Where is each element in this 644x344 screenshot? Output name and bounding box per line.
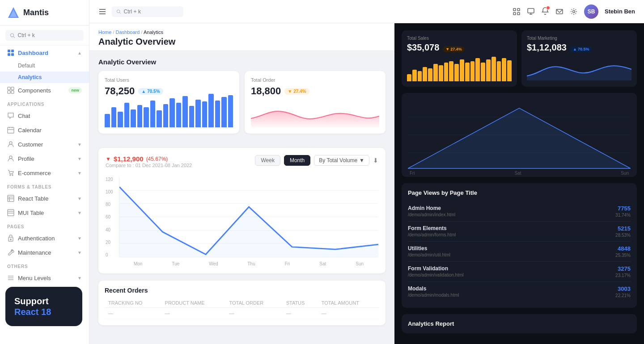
svg-rect-8 <box>8 87 10 90</box>
dark-badge-marketing: ▲ 70.5% <box>570 46 592 52</box>
income-line-svg <box>119 177 378 257</box>
dashboard-icon <box>7 49 14 56</box>
btn-week[interactable]: Week <box>255 155 280 166</box>
dark-chart-svg <box>408 99 631 171</box>
sidebar-item-maintenance[interactable]: Maintenance ▼ <box>0 245 89 260</box>
sidebar-item-menu-levels[interactable]: Menu Levels ▼ <box>0 271 89 285</box>
menu-levels-chevron: ▼ <box>77 276 82 281</box>
sidebar-item-ecommerce[interactable]: E-commerce ▼ <box>0 166 89 180</box>
dark-stat-sales: Total Sales $35,078 ▼ 27.4% <box>402 30 517 87</box>
profile-label: Profile <box>18 155 34 162</box>
breadcrumb-dashboard[interactable]: Dashboard <box>116 29 140 35</box>
income-amount: $1,12,900 <box>114 155 144 163</box>
search-area <box>0 25 89 46</box>
app-name: Mantis <box>23 8 49 17</box>
search-input[interactable] <box>18 32 79 38</box>
pv-count-3: 3275 <box>615 265 631 272</box>
main-area: SB Stebin Ben Home / Dashboard / Analyti… <box>89 0 644 344</box>
download-icon[interactable]: ⬇ <box>373 157 378 164</box>
btn-month[interactable]: Month <box>284 155 310 166</box>
sidebar-item-react-table[interactable]: React Table ▼ <box>0 191 89 206</box>
svg-point-19 <box>12 175 13 176</box>
react-table-label: React Table <box>18 195 48 202</box>
stat-card-total-users: Total Users 78,250 ▲ 70.5% <box>98 71 239 134</box>
maintenance-chevron: ▼ <box>77 250 82 255</box>
sidebar-item-components[interactable]: Components new <box>0 83 89 97</box>
menu-levels-label: Menu Levels <box>18 275 51 281</box>
section-forms-tables: Forms & Tables <box>0 180 89 191</box>
support-line1: Support <box>14 296 73 306</box>
page-views-title: Page Views by Page Title <box>408 189 631 196</box>
mail-icon[interactable] <box>555 8 564 16</box>
monitor-icon[interactable] <box>527 8 535 16</box>
settings-icon[interactable] <box>570 8 578 16</box>
grid-icon[interactable] <box>513 8 521 16</box>
svg-rect-11 <box>11 91 14 93</box>
stat-badge-order: ▼ 27.4% <box>284 88 309 95</box>
section-pages: Pages <box>0 220 89 231</box>
marketing-chart <box>527 58 631 80</box>
dark-value-sales: $35,078 <box>407 42 439 53</box>
stats-row: Total Users 78,250 ▲ 70.5% Total Order <box>98 71 386 134</box>
sidebar-item-profile[interactable]: Profile ▼ <box>0 151 89 166</box>
marketing-svg <box>527 58 631 80</box>
col-amount: TOTAL AMOUNT <box>318 298 379 308</box>
pv-url-2: /demo/admin/util.html <box>408 252 450 257</box>
dark-income-chart: Fri Sat Sun <box>408 99 631 171</box>
income-compare: Compare to : 01 Dec 2021-08 Jan 2022 <box>106 163 192 168</box>
pv-name-4: Modals <box>408 285 459 292</box>
maintenance-icon <box>7 249 14 256</box>
sidebar-item-dashboard[interactable]: Dashboard ▲ <box>0 46 89 60</box>
topbar-search-input[interactable] <box>124 8 179 15</box>
pv-name-3: Form Validation <box>408 265 464 272</box>
support-line2: React 18 <box>14 306 73 317</box>
support-popup[interactable]: Support React 18 <box>5 287 82 326</box>
col-tracking: TRACKING NO <box>105 298 161 308</box>
customer-icon <box>7 141 14 148</box>
sidebar-sub-analytics[interactable]: Analytics <box>0 71 89 83</box>
sidebar-item-authentication[interactable]: Authentication ▼ <box>0 231 89 245</box>
svg-point-18 <box>10 175 11 176</box>
notification-area[interactable] <box>541 7 549 17</box>
dark-stat-marketing: Total Marketing $1,12,083 ▲ 70.5% <box>521 30 637 87</box>
authentication-label: Authentication <box>18 235 55 242</box>
order-chart-svg <box>251 101 379 127</box>
hamburger-icon[interactable] <box>98 8 106 16</box>
dashboard-label: Dashboard <box>18 50 48 56</box>
ecommerce-label: E-commerce <box>18 170 51 176</box>
page-views-list: Admin Home /demo/admin/index.html 7755 3… <box>408 201 631 302</box>
income-controls: Week Month By Total Volume ▼ ⬇ <box>255 155 378 166</box>
ecommerce-icon <box>7 169 14 176</box>
svg-rect-10 <box>8 91 10 93</box>
react-table-chevron: ▼ <box>77 196 82 201</box>
auth-chevron: ▼ <box>77 236 82 241</box>
stat-label-order: Total Order <box>251 77 379 83</box>
svg-rect-4 <box>8 50 10 52</box>
analytics-report-title: Analytics Report <box>408 320 631 327</box>
mui-table-icon <box>7 209 14 216</box>
pv-name-0: Admin Home <box>408 205 455 211</box>
btn-volume[interactable]: By Total Volume ▼ <box>314 155 369 166</box>
topbar-search[interactable] <box>112 6 183 17</box>
col-total-order: TOTAL ORDER <box>225 298 282 308</box>
svg-line-3 <box>13 36 15 38</box>
recent-orders-card: Recent Orders TRACKING NO PRODUCT NAME T… <box>98 281 386 325</box>
sidebar-sub-default[interactable]: Default <box>0 60 89 71</box>
dark-label-marketing: Total Marketing <box>527 36 631 41</box>
search-box[interactable] <box>5 30 84 41</box>
table-row: — — — — — <box>105 308 379 319</box>
chart-inner <box>119 177 378 257</box>
dark-badge-sales: ▼ 27.4% <box>443 46 464 52</box>
page-content: Home / Dashboard / Analytics Analytic Ov… <box>89 23 644 344</box>
svg-rect-40 <box>517 13 520 15</box>
sidebar-item-mui-table[interactable]: MUI Table ▼ <box>0 206 89 220</box>
sidebar-item-customer[interactable]: Customer ▼ <box>0 137 89 151</box>
customer-label: Customer <box>18 141 43 148</box>
sidebar-item-calendar[interactable]: Calendar <box>0 123 89 137</box>
avatar[interactable]: SB <box>584 4 598 19</box>
breadcrumb-home[interactable]: Home <box>98 29 111 35</box>
pv-name-2: Utilities <box>408 245 450 252</box>
sidebar-item-chat[interactable]: Chat <box>0 109 89 123</box>
pv-url-3: /demo/admin/validation.html <box>408 273 464 277</box>
list-item: Form Validation /demo/admin/validation.h… <box>408 262 631 282</box>
